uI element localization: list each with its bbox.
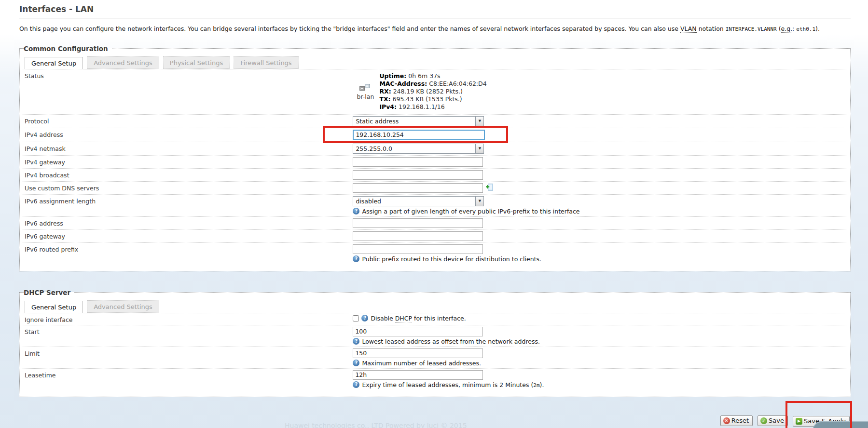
ipv6-gateway-label: IPv6 gateway bbox=[25, 231, 353, 241]
description-text: On this page you can configure the netwo… bbox=[19, 25, 680, 32]
eth01-code: eth0.1 bbox=[796, 26, 815, 32]
footer-text: Huawei technologies co., LTD Powered by … bbox=[285, 422, 467, 428]
limit-help: ? Maximum number of leased addresses. bbox=[353, 360, 845, 367]
row-ipv4-address: IPv4 address bbox=[23, 128, 847, 142]
page-title: Interfaces - LAN bbox=[19, 3, 851, 18]
eg-abbr: e.g. bbox=[781, 25, 793, 33]
dhcp-server-section: DHCP Server General Setup Advanced Setti… bbox=[19, 289, 851, 397]
custom-dns-label: Use custom DNS servers bbox=[25, 183, 353, 193]
ignore-interface-checkbox[interactable] bbox=[353, 315, 359, 321]
leasetime-unit-code: 2m bbox=[533, 382, 539, 388]
ipv6-gateway-input[interactable] bbox=[353, 231, 483, 241]
ipv6-address-input[interactable] bbox=[353, 218, 483, 228]
ipv4-broadcast-input[interactable] bbox=[353, 170, 483, 180]
leasetime-label: Leasetime bbox=[25, 370, 353, 388]
dhcp-rows: Ignore interface ? Disable DHCP for this… bbox=[23, 313, 847, 390]
ipv4-address-input[interactable] bbox=[353, 130, 485, 140]
stat-rx: RX: 248.19 KB (2852 Pkts.) bbox=[379, 88, 486, 95]
start-input[interactable] bbox=[353, 327, 483, 336]
ipv6-address-label: IPv6 address bbox=[25, 218, 353, 228]
row-limit: Limit ? Maximum number of leased address… bbox=[23, 347, 847, 368]
ignore-interface-help: Disable DHCP for this interface. bbox=[371, 315, 466, 322]
ipv6-assignment-label: IPv6 assignment length bbox=[25, 196, 353, 215]
chevron-down-icon: ▼ bbox=[475, 197, 483, 206]
dhcp-tabs: General Setup Advanced Settings bbox=[23, 299, 847, 313]
ipv4-gateway-input[interactable] bbox=[353, 157, 483, 167]
description-text: ( bbox=[777, 25, 781, 32]
dhcp-server-legend: DHCP Server bbox=[24, 289, 74, 296]
common-config-tabs: General Setup Advanced Settings Physical… bbox=[23, 55, 847, 69]
help-icon: ? bbox=[353, 360, 359, 366]
common-configuration-section: Common Configuration General Setup Advan… bbox=[19, 45, 851, 271]
start-help: ? Lowest leased address as offset from t… bbox=[353, 338, 845, 345]
stat-mac-address: MAC-Address: C8:EE:A6:04:62:D4 bbox=[379, 80, 486, 88]
help-icon: ? bbox=[353, 255, 359, 262]
row-leasetime: Leasetime ? Expiry time of leased addres… bbox=[23, 368, 847, 390]
chevron-down-icon: ▼ bbox=[475, 117, 483, 126]
vlan-abbr: VLAN bbox=[680, 25, 697, 33]
save-button[interactable]: ✓ Save bbox=[758, 415, 788, 426]
description-text: notation bbox=[697, 25, 726, 32]
limit-input[interactable] bbox=[353, 348, 483, 358]
stat-tx: TX: 695.43 KB (1533 Pkts.) bbox=[379, 95, 486, 103]
status-value: br-lan Uptime: 0h 6m 37s MAC-Address: C8… bbox=[353, 71, 845, 113]
common-configuration-legend: Common Configuration bbox=[24, 45, 112, 53]
status-label: Status bbox=[25, 71, 353, 113]
common-config-rows: Status br-lan Uptime: 0h 6m 37s MAC-Addr… bbox=[23, 69, 847, 264]
page-description: On this page you can configure the netwo… bbox=[19, 25, 851, 33]
ignore-interface-label: Ignore interface bbox=[25, 315, 353, 323]
save-icon: ✓ bbox=[760, 417, 767, 424]
row-ignore-interface: Ignore interface ? Disable DHCP for this… bbox=[23, 313, 847, 325]
ipv6-assignment-help: ? Assign a part of given length of every… bbox=[353, 208, 845, 215]
help-icon: ? bbox=[353, 208, 359, 214]
dhcp-abbr: DHCP bbox=[395, 315, 412, 322]
row-ipv4-broadcast: IPv4 broadcast bbox=[23, 168, 847, 181]
ipv4-address-label: IPv4 address bbox=[25, 130, 353, 140]
description-text: ). bbox=[815, 25, 820, 32]
ipv6-assignment-select[interactable]: disabled ▼ bbox=[353, 196, 484, 206]
custom-dns-input[interactable] bbox=[353, 183, 483, 193]
limit-label: Limit bbox=[25, 348, 353, 367]
corner-decoration bbox=[813, 421, 868, 428]
reset-icon: ✕ bbox=[723, 417, 730, 424]
row-protocol: Protocol Static address ▼ bbox=[23, 114, 847, 128]
row-status: Status br-lan Uptime: 0h 6m 37s MAC-Addr… bbox=[23, 69, 847, 114]
ipv6-routed-prefix-label: IPv6 routed prefix bbox=[25, 244, 353, 263]
chevron-down-icon: ▼ bbox=[475, 144, 483, 153]
apply-icon: ▶ bbox=[796, 418, 802, 425]
row-ipv6-assignment-length: IPv6 assignment length disabled ▼ ? Assi… bbox=[23, 194, 847, 216]
row-ipv6-gateway: IPv6 gateway bbox=[23, 229, 847, 242]
ipv4-broadcast-label: IPv4 broadcast bbox=[25, 170, 353, 180]
reset-button[interactable]: ✕ Reset bbox=[720, 415, 753, 426]
protocol-select[interactable]: Static address ▼ bbox=[353, 116, 484, 126]
add-entry-icon[interactable] bbox=[485, 183, 494, 193]
row-start: Start ? Lowest leased address as offset … bbox=[23, 325, 847, 347]
row-custom-dns: Use custom DNS servers bbox=[23, 181, 847, 194]
row-ipv4-netmask: IPv4 netmask 255.255.0.0 ▼ bbox=[23, 142, 847, 155]
ipv6-routed-prefix-input[interactable] bbox=[353, 244, 483, 254]
row-ipv6-routed-prefix: IPv6 routed prefix ? Public prefix route… bbox=[23, 242, 847, 264]
tab-dhcp-advanced-settings[interactable]: Advanced Settings bbox=[87, 300, 159, 313]
stat-ipv4: IPv4: 192.168.1.1/16 bbox=[379, 103, 486, 111]
tab-firewall-settings[interactable]: Firewall Settings bbox=[234, 56, 298, 69]
tab-physical-settings[interactable]: Physical Settings bbox=[163, 56, 230, 69]
tab-general-setup[interactable]: General Setup bbox=[25, 57, 83, 69]
help-icon: ? bbox=[353, 381, 359, 388]
ipv4-netmask-select[interactable]: 255.255.0.0 ▼ bbox=[353, 144, 484, 154]
row-ipv4-gateway: IPv4 gateway bbox=[23, 155, 847, 168]
interface-block: br-lan bbox=[353, 83, 378, 100]
tab-dhcp-general-setup[interactable]: General Setup bbox=[25, 301, 83, 313]
leasetime-help: ? Expiry time of leased addresses, minim… bbox=[353, 381, 845, 388]
help-icon: ? bbox=[361, 315, 368, 321]
ipv4-netmask-label: IPv4 netmask bbox=[25, 144, 353, 154]
row-ipv6-address: IPv6 address bbox=[23, 216, 847, 229]
stat-uptime: Uptime: 0h 6m 37s bbox=[379, 72, 486, 80]
tab-advanced-settings[interactable]: Advanced Settings bbox=[87, 56, 159, 69]
protocol-label: Protocol bbox=[25, 116, 353, 126]
ipv6-routed-prefix-help: ? Public prefix routed to this device fo… bbox=[353, 255, 845, 263]
interface-vlannr-code: INTERFACE.VLANNR bbox=[726, 26, 777, 32]
start-label: Start bbox=[25, 327, 353, 345]
leasetime-input[interactable] bbox=[353, 370, 483, 380]
help-icon: ? bbox=[353, 338, 359, 345]
interface-name: br-lan bbox=[357, 93, 374, 100]
